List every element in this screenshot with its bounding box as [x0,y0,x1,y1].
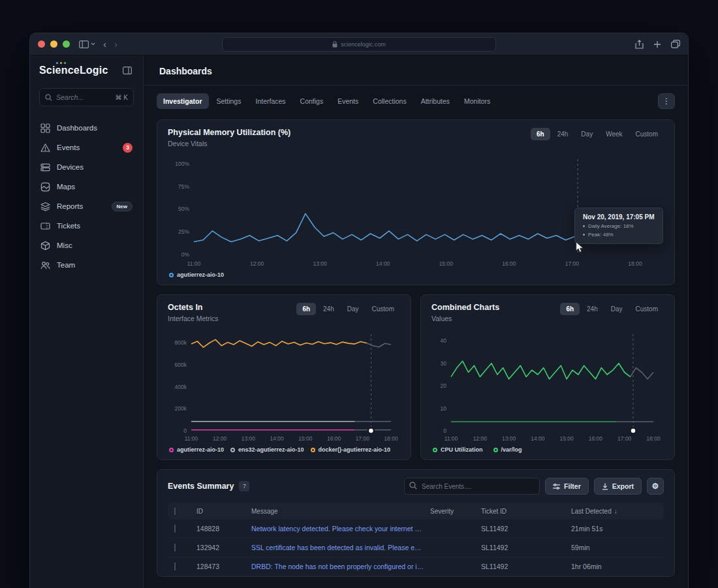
sidebar-item-team[interactable]: Team [39,255,134,275]
svg-text:25%: 25% [178,228,189,235]
memory-line-chart[interactable]: 0%25%50%75%100%11:0012:0013:0014:0015:00… [168,153,664,269]
table-row[interactable]: 128473 DRBD: The node has not been prope… [168,557,664,576]
svg-text:16:00: 16:00 [589,435,603,442]
sidebar-collapse-button[interactable] [121,65,134,76]
legend-item[interactable]: CPU Utilization [433,446,483,453]
gear-icon: ⚙ [652,482,659,491]
range-custom[interactable]: Custom [630,303,664,315]
sidebar-item-devices[interactable]: Devices [39,157,134,177]
panel-icon [123,67,132,74]
address-bar[interactable]: sciencelogic.com [222,37,496,52]
events-count-badge: 3 [123,143,133,153]
filter-button[interactable]: Filter [545,478,589,495]
back-button[interactable]: ‹ [103,39,106,49]
bullet-icon [583,234,585,236]
octets-line-chart[interactable]: 0200k400k600k800k11:0012:0013:0014:0015:… [168,328,400,444]
sidebar-item-label: Misc [57,241,72,249]
zoom-window-button[interactable] [63,40,70,48]
range-24h[interactable]: 24h [317,303,340,315]
sidebar-item-reports[interactable]: Reports New [39,196,134,216]
range-24h[interactable]: 24h [581,303,604,315]
page-header: Dashboards [144,55,688,85]
sidebar-search[interactable]: ⌘ K [39,88,134,106]
row-checkbox[interactable] [174,525,176,533]
svg-text:0: 0 [183,427,187,434]
legend-item[interactable]: ens32-agutierrez-aio-10 [230,446,304,453]
range-day[interactable]: Day [575,128,599,140]
select-all-checkbox[interactable] [174,508,176,515]
chart-title: Combined Charts [431,303,499,312]
app-shell: ScienceLogic ⌘ K Dashboards [30,55,688,588]
tab-attributes[interactable]: Attributes [414,93,456,109]
svg-text:200k: 200k [175,405,187,412]
tab-events[interactable]: Events [331,93,365,109]
sidebar-item-label: Tickets [57,222,80,230]
range-6h[interactable]: 6h [296,303,316,315]
sidebar-item-misc[interactable]: Misc [39,236,134,255]
row-checkbox[interactable] [174,544,176,551]
minimize-window-button[interactable] [50,40,57,48]
tab-monitors[interactable]: Monitors [458,93,497,109]
legend-item[interactable]: docker()-agutierrez-aio-10 [311,446,391,453]
range-week[interactable]: Week [600,128,628,140]
svg-text:18:00: 18:00 [646,435,661,442]
svg-text:11:00: 11:00 [187,260,201,267]
event-message-link[interactable]: DRBD: The node has not been properly con… [246,563,425,570]
column-last-detected[interactable]: Last Detected↓ [566,508,664,515]
tab-configs[interactable]: Configs [294,93,330,109]
legend-dot-icon [169,448,174,452]
tooltip-item: Peak: 48% [588,232,614,238]
range-custom[interactable]: Custom [366,303,400,315]
sidebar-item-maps[interactable]: Maps [39,177,134,196]
chart-legend: agutierrez-aio-10 [168,271,664,278]
table-row[interactable]: 132942 SSL certificate has been detected… [168,538,664,557]
range-day[interactable]: Day [605,303,629,315]
ticket-id: SL11492 [476,525,566,533]
tab-overview-icon[interactable] [671,40,680,48]
sidebar-toggle-icon[interactable] [79,40,95,48]
tab-collections[interactable]: Collections [366,93,413,109]
tab-settings[interactable]: Settings [210,93,248,109]
share-icon[interactable] [635,40,644,49]
memory-chart-card: Physical Memory Utilization (%) Device V… [157,119,675,285]
search-input[interactable] [56,93,112,101]
range-24h[interactable]: 24h [552,128,574,140]
filter-icon [553,484,560,489]
tab-investigator[interactable]: Investigator [157,93,209,109]
row-checkbox[interactable] [174,563,176,570]
lock-icon [332,41,337,48]
sidebar-item-dashboards[interactable]: Dashboards [39,118,134,138]
table-row[interactable]: 148828 Network latency detected. Please … [168,519,664,538]
combined-line-chart[interactable]: 01020304011:0012:0013:0014:0015:0016:001… [431,328,664,444]
more-options-button[interactable]: ⋮ [658,93,675,109]
legend-item[interactable]: agutierrez-aio-10 [169,271,224,278]
legend-dot-icon [433,448,437,452]
column-severity: Severity [425,508,476,515]
sidebar-item-tickets[interactable]: Tickets [39,216,134,236]
forward-button[interactable]: › [114,39,117,49]
svg-text:11:00: 11:00 [445,435,458,442]
legend-item[interactable]: agutierrez-aio-10 [169,446,224,453]
new-tab-icon[interactable] [653,40,661,48]
event-message-link[interactable]: SSL certificate has been detected as inv… [246,544,425,551]
range-6h[interactable]: 6h [531,128,550,140]
range-6h[interactable]: 6h [560,303,580,315]
export-icon [602,483,608,490]
sidebar-item-events[interactable]: Events 3 [39,138,134,157]
last-detected: 21min 51s [566,525,664,533]
settings-button[interactable]: ⚙ [647,478,664,495]
svg-text:100%: 100% [175,161,189,167]
range-custom[interactable]: Custom [630,128,664,140]
svg-text:600k: 600k [175,362,187,368]
event-message-link[interactable]: Network latency detected. Please check y… [246,525,425,533]
events-search [404,478,540,495]
events-search-input[interactable] [404,478,540,495]
close-window-button[interactable] [38,40,45,48]
sidebar-item-label: Reports [57,202,83,210]
legend-item[interactable]: /var/log [493,446,522,453]
tab-bar: Investigator Settings Interfaces Configs… [157,93,675,109]
export-button[interactable]: Export [594,478,642,495]
browser-window: ‹ › sciencelogic.com ScienceLogic [29,33,689,588]
range-day[interactable]: Day [341,303,365,315]
tab-interfaces[interactable]: Interfaces [249,93,292,109]
